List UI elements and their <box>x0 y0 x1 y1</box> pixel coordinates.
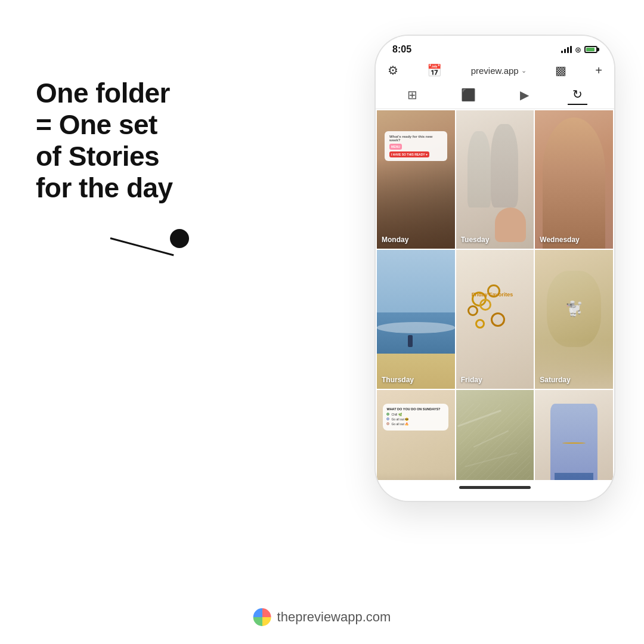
refresh-icon: ↻ <box>572 87 583 101</box>
poll-option-2: Go all out 😎 <box>386 417 445 421</box>
friday-bg: Friday Favorites <box>456 250 534 388</box>
arrow-head <box>170 229 189 248</box>
signal-icon <box>561 46 572 53</box>
tuesday-bg <box>456 110 534 249</box>
thursday-bg <box>377 250 455 388</box>
friday-label: Friday <box>461 376 482 384</box>
tab-reels[interactable]: ▶ <box>515 85 534 104</box>
battery-icon <box>584 46 597 53</box>
tab-grid[interactable]: ⊞ <box>402 85 422 104</box>
nextweek-bg <box>535 390 613 480</box>
brand-logo-icon <box>253 608 271 626</box>
brand-url: thepreviewapp.com <box>277 609 391 625</box>
settings-icon[interactable]: ⚙ <box>388 63 398 78</box>
wifi-icon: ⊛ <box>575 45 581 54</box>
analytics-icon[interactable]: ▩ <box>555 63 566 78</box>
grid-item-thursday[interactable]: Thursday <box>377 250 455 388</box>
url-caret-icon: ⌄ <box>521 67 527 75</box>
thursday-label: Thursday <box>382 376 414 384</box>
photo-grid: What's ready for this new week? MENU I H… <box>377 110 613 480</box>
status-icons: ⊛ <box>561 45 597 54</box>
tuesday-label: Tuesday <box>461 236 490 244</box>
poll-option-3: Go all out 🔥 <box>386 422 445 426</box>
grid-item-friday[interactable]: Friday Favorites Friday <box>456 250 534 388</box>
grid-icon: ⊞ <box>407 88 417 102</box>
grid-container: What's ready for this new week? MENU I H… <box>376 109 614 480</box>
wednesday-label: Wednesday <box>540 236 579 244</box>
monday-overlay: What's ready for this new week? MENU I H… <box>385 131 447 161</box>
grid-item-monday[interactable]: What's ready for this new week? MENU I H… <box>377 110 455 249</box>
arrow-line <box>110 237 174 256</box>
calendar-icon[interactable]: 📅 <box>427 63 442 78</box>
heading-text: One folder = One set of Stories for the … <box>36 78 197 204</box>
poll-title: WHAT DO YOU DO ON SUNDAYS? <box>386 407 445 411</box>
left-text-block: One folder = One set of Stories for the … <box>36 78 197 204</box>
saturday-bg: 🐩 <box>535 250 613 388</box>
phone-frame: 8:05 ⊛ ⚙ 📅 preview.app ⌄ <box>376 36 614 501</box>
stories-icon: ⬛ <box>461 88 476 102</box>
grid-item-saturday[interactable]: 🐩 Saturday <box>535 250 613 388</box>
tab-stories[interactable]: ⬛ <box>456 85 481 104</box>
monday-stickers: MENU I HAVE SO THIS READY ♥ <box>389 144 442 157</box>
grid-item-wednesday[interactable]: Wednesday <box>535 110 613 249</box>
wednesday-bg <box>535 110 613 249</box>
url-text: preview.app <box>471 66 519 76</box>
add-icon[interactable]: + <box>595 64 602 78</box>
home-indicator <box>459 486 531 489</box>
grid-item-nextweek[interactable]: Next week <box>535 390 613 480</box>
grid-item-tuesday[interactable]: Tuesday <box>456 110 534 249</box>
grid-item-backgrounds[interactable]: Backgrounds <box>456 390 534 480</box>
sticker-menu: MENU <box>389 144 402 150</box>
status-time: 8:05 <box>392 44 411 55</box>
main-container: One folder = One set of Stories for the … <box>0 0 644 644</box>
saturday-label: Saturday <box>540 376 570 384</box>
reels-icon: ▶ <box>520 88 529 102</box>
monday-label: Monday <box>382 236 408 244</box>
monday-card-title: What's ready for this new week? <box>389 135 442 142</box>
tab-bar: ⊞ ⬛ ▶ ↻ <box>376 81 614 109</box>
sunday-poll: WHAT DO YOU DO ON SUNDAYS? Chill 🌿 Go al… <box>383 404 448 431</box>
beach-figure <box>408 335 413 347</box>
tab-refresh[interactable]: ↻ <box>568 85 587 105</box>
bottom-branding: thepreviewapp.com <box>253 608 391 626</box>
backgrounds-bg <box>456 390 534 480</box>
top-nav: ⚙ 📅 preview.app ⌄ ▩ + <box>376 60 614 81</box>
status-bar: 8:05 ⊛ <box>376 36 614 60</box>
home-bar <box>376 480 614 501</box>
poll-option-1: Chill 🌿 <box>386 413 445 416</box>
friday-favorites-text: Friday Favorites <box>472 292 513 298</box>
grid-item-sunday[interactable]: WHAT DO YOU DO ON SUNDAYS? Chill 🌿 Go al… <box>377 390 455 480</box>
url-bar[interactable]: preview.app ⌄ <box>471 66 527 76</box>
sticker-todo: I HAVE SO THIS READY ♥ <box>389 151 429 157</box>
